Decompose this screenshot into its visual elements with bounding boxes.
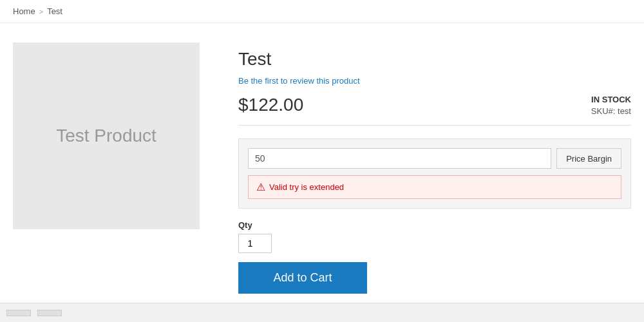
qty-input[interactable] bbox=[238, 234, 272, 253]
product-title: Test bbox=[238, 49, 631, 70]
error-message: ⚠ Valid try is extended bbox=[248, 175, 621, 199]
sku-value: test bbox=[618, 106, 631, 116]
bargin-section: Price Bargin ⚠ Valid try is extended bbox=[238, 138, 631, 209]
product-price: $122.00 bbox=[238, 95, 303, 115]
breadcrumb-separator: > bbox=[39, 8, 43, 15]
breadcrumb-home-link[interactable]: Home bbox=[13, 6, 35, 16]
stock-sku-block: IN STOCK SKU#: test bbox=[591, 95, 631, 116]
price-row: $122.00 IN STOCK SKU#: test bbox=[238, 95, 631, 126]
add-to-cart-button[interactable]: Add to Cart bbox=[238, 262, 367, 294]
bargin-button[interactable]: Price Bargin bbox=[556, 148, 621, 169]
in-stock-label: IN STOCK bbox=[591, 95, 631, 104]
review-link[interactable]: Be the first to review this product bbox=[238, 76, 631, 86]
qty-label: Qty bbox=[238, 220, 631, 230]
page-content: Test Product Test Be the first to review… bbox=[0, 23, 644, 322]
product-details: Test Be the first to review this product… bbox=[238, 43, 631, 322]
product-image-placeholder-text: Test Product bbox=[56, 126, 156, 146]
breadcrumb: Home > Test bbox=[0, 0, 644, 23]
sku-line: SKU#: test bbox=[591, 106, 631, 116]
product-image: Test Product bbox=[13, 43, 200, 229]
sku-label: SKU#: bbox=[591, 106, 616, 116]
bottom-bar bbox=[0, 303, 644, 322]
breadcrumb-current: Test bbox=[47, 6, 62, 16]
error-text: Valid try is extended bbox=[269, 182, 344, 192]
bargin-input[interactable] bbox=[248, 148, 551, 169]
bottom-tab-1[interactable] bbox=[6, 310, 31, 316]
bottom-tab-2[interactable] bbox=[37, 310, 62, 316]
error-icon: ⚠ bbox=[256, 181, 265, 193]
bargin-row: Price Bargin bbox=[248, 148, 621, 169]
